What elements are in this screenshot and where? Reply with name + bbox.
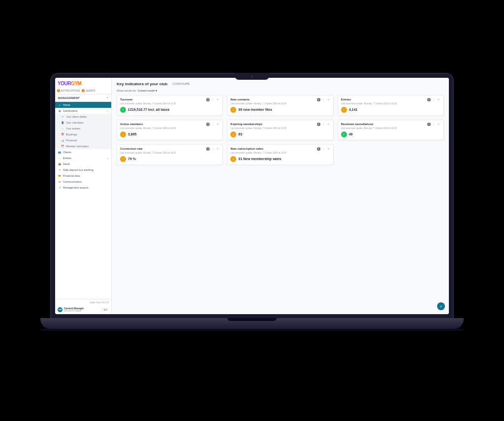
more-icon[interactable]: ⋮	[432, 98, 436, 101]
language-selector[interactable]: EN	[102, 308, 109, 312]
logo-part2: GYM	[71, 81, 81, 86]
info-icon[interactable]: i	[206, 147, 210, 151]
card-value: 4,141	[349, 108, 358, 111]
alerts-label: ALERTS	[86, 89, 95, 92]
nav-icon: 📦	[58, 162, 61, 165]
sidebar-item-home[interactable]: ⌂Home	[55, 102, 111, 108]
card-value: 79 %	[128, 157, 136, 161]
more-icon[interactable]: ⋮	[432, 123, 436, 126]
chevron-down-icon: ▾	[156, 89, 157, 92]
card-update-text: Last automatic update: Monday, 7 October…	[120, 102, 220, 105]
chevron-down-icon[interactable]: ▾	[216, 98, 220, 101]
chevron-down-icon[interactable]: ▾	[437, 98, 441, 101]
sidebar-item-your-members[interactable]: 👤Your members	[55, 120, 111, 126]
card-title: New subscription sales	[230, 147, 263, 150]
configure-button[interactable]: CONFIGURE	[172, 82, 190, 85]
sidebar-item-stock[interactable]: 📦Stock	[55, 161, 111, 167]
nav-label: Communication	[63, 180, 82, 183]
more-icon[interactable]: ⋮	[322, 98, 325, 101]
kpi-card-active-members: Active membersi⋮▾Last automatic update: …	[117, 120, 223, 140]
more-icon[interactable]: ⋮	[322, 123, 325, 126]
alerts-button[interactable]: 2 ALERTS	[82, 89, 95, 92]
nav-label: Your direct debits	[66, 115, 87, 118]
chevron-icon: ›	[107, 157, 108, 160]
info-icon[interactable]: i	[317, 123, 320, 126]
minus-icon: −	[106, 97, 108, 99]
nav-icon: 💳	[58, 174, 61, 177]
logo-part1: YOUR	[58, 81, 71, 86]
nav-icon: 👤	[61, 121, 64, 124]
kpi-card-conversion-rate: Conversion ratei⋮▾Last automatic update:…	[117, 144, 223, 165]
info-icon[interactable]: i	[427, 98, 431, 101]
card-title: Turnover	[120, 98, 133, 101]
arrow-up-icon: ↑	[341, 131, 347, 137]
card-value: £219,510.77 Incl. all taxes	[128, 108, 169, 111]
sidebar-item-bookings[interactable]: 📅Bookings	[55, 131, 111, 137]
kpi-card-turnover: Turnoveri⋮▾Last automatic update: Monday…	[117, 95, 223, 116]
chevron-down-icon[interactable]: ▾	[327, 147, 330, 151]
nav-label: Safe deposit box tracking	[63, 168, 94, 171]
info-icon[interactable]: i	[206, 123, 210, 126]
kpi-card-new-contacts: New contactsi⋮▾Last automatic update: Mo…	[227, 95, 333, 116]
chevron-down-icon[interactable]: ▾	[327, 98, 330, 101]
kpi-card-entries: Entriesi⋮▾Last automatic update: Monday,…	[338, 95, 444, 116]
chevron-down-icon[interactable]: ▾	[216, 147, 220, 151]
card-title: New contacts	[230, 98, 250, 101]
sidebar-item-safe-deposit-box-tracking[interactable]: ↗Safe deposit box tracking	[55, 167, 111, 173]
info-icon[interactable]: i	[317, 147, 320, 151]
nav-label: Clients	[63, 151, 71, 154]
filter-dropdown[interactable]: Current month ▾	[137, 89, 157, 92]
arrow-down-icon: ↓	[230, 156, 236, 162]
alerts-badge: 2	[82, 89, 85, 92]
chevron-down-icon[interactable]: ▾	[216, 123, 220, 126]
sidebar-item-communication[interactable]: ✉Communication	[55, 179, 111, 185]
card-title: Conversion rate	[120, 147, 143, 150]
search-fab[interactable]: ⌕	[437, 302, 445, 310]
more-icon[interactable]: ⋮	[211, 98, 215, 101]
more-icon[interactable]: ⋮	[211, 147, 215, 151]
chevron-down-icon[interactable]: ▾	[437, 123, 441, 126]
laptop-notch	[235, 73, 269, 80]
laptop-foot	[40, 329, 464, 331]
sidebar-item-dashboards[interactable]: ▦Dashboards−	[55, 108, 111, 114]
sidebar-item-your-entries[interactable]: →Your entries	[55, 126, 111, 131]
kpi-card-received-cancellations: Received cancellationsi⋮▾Last automatic …	[338, 120, 444, 140]
section-header-management[interactable]: MANAGEMENT −	[55, 94, 111, 102]
sidebar-item-member-reminders[interactable]: ⏰Member reminders	[55, 143, 111, 149]
nav-label: Financial	[66, 139, 77, 142]
section-label: MANAGEMENT	[58, 97, 80, 99]
sidebar-item-your-direct-debits[interactable]: ↗Your direct debits	[55, 114, 111, 120]
kpi-card-new-subscription-sales: New subscription salesi⋮▾Last automatic …	[227, 144, 333, 165]
nav-label: Stock	[63, 162, 70, 165]
arrow-down-icon: ↓	[120, 131, 126, 137]
user-profile[interactable]: GM General Manager XPLOR FITNESS EN	[55, 305, 111, 314]
card-value: 49	[349, 132, 353, 136]
filter-value: Current month	[137, 89, 155, 92]
nav-label: Your members	[66, 121, 84, 124]
nav-icon: ↗	[58, 186, 61, 189]
nav-label: Your entries	[66, 127, 80, 130]
more-icon[interactable]: ⋮	[211, 123, 215, 126]
notifications-badge: 3	[57, 89, 60, 92]
card-title: Expiring memberships	[230, 123, 262, 126]
card-title: Active members	[120, 123, 143, 126]
sidebar-item-financial-data[interactable]: 💳Financial data	[55, 173, 111, 179]
chevron-down-icon[interactable]: ▾	[327, 123, 330, 126]
more-icon[interactable]: ⋮	[322, 147, 325, 151]
nav-icon: ⏰	[61, 145, 64, 148]
sidebar-item-entries[interactable]: →Entries›	[55, 155, 111, 161]
info-icon[interactable]: i	[427, 123, 431, 126]
sidebar-item-clients[interactable]: 👥Clients	[55, 149, 111, 155]
nav-label: Bookings	[66, 133, 77, 136]
sidebar-item-management-exports[interactable]: ↗Management exports	[55, 185, 111, 191]
sidebar-item-financial[interactable]: 📊Financial	[55, 137, 111, 143]
card-title: Received cancellations	[341, 123, 374, 126]
sidebar: YOURGYM 3 NOTIFICATIONS 2 ALERTS MANAGEM…	[55, 78, 112, 314]
notifications-button[interactable]: 3 NOTIFICATIONS	[57, 89, 80, 92]
info-icon[interactable]: i	[206, 98, 210, 101]
card-update-text: Last automatic update: Monday, 7 October…	[120, 127, 220, 130]
nav-icon: ▦	[58, 109, 61, 112]
arrow-down-icon: ↓	[230, 107, 236, 113]
info-icon[interactable]: i	[317, 98, 320, 101]
nav-label: Management exports	[63, 186, 89, 189]
